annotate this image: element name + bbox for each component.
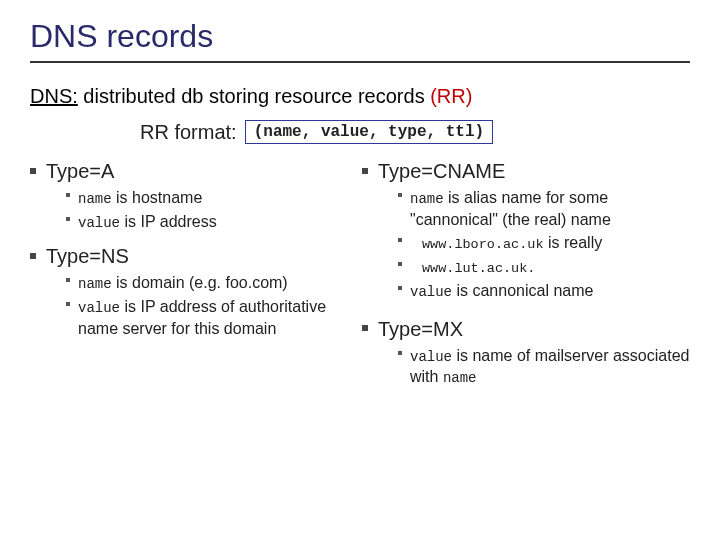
slide-title: DNS records bbox=[30, 18, 690, 55]
subtitle-rr: (RR) bbox=[430, 85, 472, 107]
bullet-icon bbox=[66, 278, 70, 282]
type-mx-heading: Type=MX bbox=[362, 318, 690, 341]
type-a-heading: Type=A bbox=[30, 160, 354, 183]
subtitle-dns: DNS: bbox=[30, 85, 78, 107]
code-name: name bbox=[443, 370, 477, 386]
type-a-list: name is hostname value is IP address bbox=[66, 187, 354, 233]
bullet-icon bbox=[398, 262, 402, 266]
type-ns-list: name is domain (e.g. foo.com) value is I… bbox=[66, 272, 354, 339]
list-item: www.lut.ac.uk. bbox=[398, 256, 690, 278]
code-host-lut: www.lut.ac.uk. bbox=[422, 261, 535, 276]
code-value: value bbox=[78, 215, 120, 231]
type-ns-heading: Type=NS bbox=[30, 245, 354, 268]
type-a-label: Type=A bbox=[46, 160, 114, 182]
bullet-icon bbox=[66, 217, 70, 221]
list-item: name is alias name for some "cannonical"… bbox=[398, 187, 690, 230]
list-item: value is cannonical name bbox=[398, 280, 690, 302]
text: is cannonical name bbox=[452, 282, 593, 299]
bullet-icon bbox=[398, 238, 402, 242]
code-name: name bbox=[410, 191, 444, 207]
list-item: value is IP address of authoritative nam… bbox=[66, 296, 354, 339]
bullet-icon bbox=[362, 325, 368, 331]
rr-format-label: RR format: bbox=[140, 121, 237, 144]
code-value: value bbox=[78, 300, 120, 316]
code-value: value bbox=[410, 284, 452, 300]
rr-format-row: RR format: (name, value, type, ttl) bbox=[140, 120, 690, 144]
text: is really bbox=[544, 234, 603, 251]
bullet-icon bbox=[398, 286, 402, 290]
type-ns-label: Type=NS bbox=[46, 245, 129, 267]
right-column: Type=CNAME name is alias name for some "… bbox=[360, 160, 690, 400]
bullet-icon bbox=[66, 193, 70, 197]
left-column: Type=A name is hostname value is IP addr… bbox=[30, 160, 360, 400]
subtitle-rest: distributed db storing resource records bbox=[78, 85, 430, 107]
type-cname-list: name is alias name for some "cannonical"… bbox=[398, 187, 690, 302]
title-divider bbox=[30, 61, 690, 63]
bullet-icon bbox=[398, 193, 402, 197]
bullet-icon bbox=[398, 351, 402, 355]
type-cname-heading: Type=CNAME bbox=[362, 160, 690, 183]
list-item: www.lboro.ac.uk is really bbox=[398, 232, 690, 254]
list-item: name is domain (e.g. foo.com) bbox=[66, 272, 354, 294]
code-name: name bbox=[78, 191, 112, 207]
text: is IP address bbox=[120, 213, 217, 230]
type-mx-list: value is name of mailserver associated w… bbox=[398, 345, 690, 389]
text: is hostname bbox=[112, 189, 203, 206]
list-item: name is hostname bbox=[66, 187, 354, 209]
code-host-lboro: www.lboro.ac.uk bbox=[422, 237, 544, 252]
code-name: name bbox=[78, 276, 112, 292]
list-item: value is IP address bbox=[66, 211, 354, 233]
content-columns: Type=A name is hostname value is IP addr… bbox=[30, 160, 690, 400]
bullet-icon bbox=[362, 168, 368, 174]
bullet-icon bbox=[30, 168, 36, 174]
rr-format-box: (name, value, type, ttl) bbox=[245, 120, 493, 144]
slide-subtitle: DNS: distributed db storing resource rec… bbox=[30, 85, 690, 108]
code-value: value bbox=[410, 349, 452, 365]
type-cname-label: Type=CNAME bbox=[378, 160, 505, 182]
type-mx-label: Type=MX bbox=[378, 318, 463, 340]
bullet-icon bbox=[66, 302, 70, 306]
text: is domain (e.g. foo.com) bbox=[112, 274, 288, 291]
bullet-icon bbox=[30, 253, 36, 259]
list-item: value is name of mailserver associated w… bbox=[398, 345, 690, 389]
